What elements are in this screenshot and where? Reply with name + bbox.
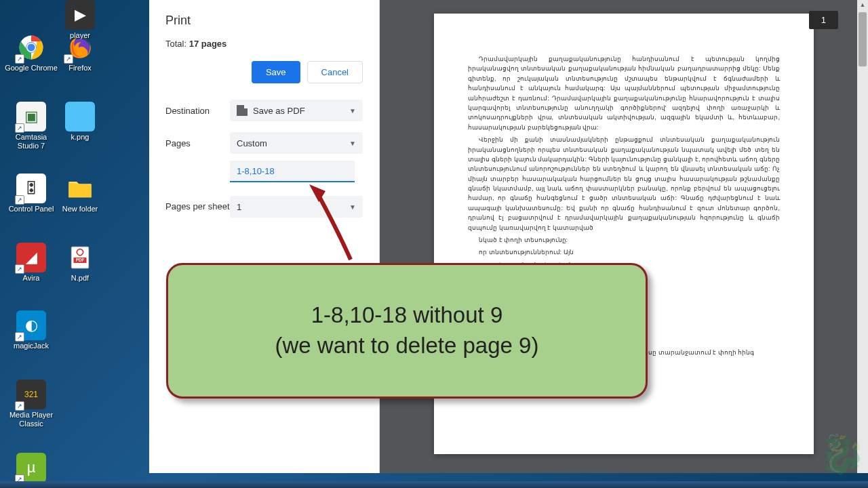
desktop-icon-n-pdf[interactable]: PDFN.pdf xyxy=(53,243,107,283)
desktop-icon-label: Camtasia Studio 7 xyxy=(4,133,58,150)
desktop-icon-k-png[interactable]: k.png xyxy=(53,102,107,142)
app-icon xyxy=(65,102,95,131)
desktop-icon-label: k.png xyxy=(71,133,90,142)
destination-value: Save as PDF xyxy=(253,106,305,116)
pages-input-row xyxy=(230,161,363,182)
app-icon: 🎛↗ xyxy=(16,174,46,203)
desktop-icon-label: magicJack xyxy=(14,342,49,350)
chevron-down-icon: ▼ xyxy=(349,203,356,211)
shortcut-arrow-icon: ↗ xyxy=(15,401,24,411)
pps-row: Pages per sheet 1 ▼ xyxy=(165,196,363,218)
app-icon: PDF xyxy=(65,243,95,272)
shortcut-arrow-icon: ↗ xyxy=(15,195,24,205)
desktop-icon-camtasia-studio-7[interactable]: ▣↗Camtasia Studio 7 xyxy=(4,102,58,150)
svg-text:PDF: PDF xyxy=(76,258,85,262)
app-icon: 321↗ xyxy=(16,380,46,409)
callout-line1: 1-8,10-18 without 9 xyxy=(311,300,503,331)
shortcut-arrow-icon: ↗ xyxy=(15,264,24,274)
app-icon: ▣↗ xyxy=(16,102,46,131)
pages-label: Pages xyxy=(165,138,230,148)
pps-label: Pages per sheet xyxy=(165,201,230,213)
print-title: Print xyxy=(165,14,363,28)
desktop-icon-firefox[interactable]: ↗Firefox xyxy=(53,33,107,73)
app-icon: ◢↗ xyxy=(16,243,46,272)
app-icon: ↗ xyxy=(65,33,95,62)
destination-row: Destination Save as PDF ▼ xyxy=(165,100,363,121)
desktop-icon-control-panel[interactable]: 🎛↗Control Panel xyxy=(4,174,58,214)
desktop-icon-avira[interactable]: ◢↗Avira xyxy=(4,243,58,283)
pdf-icon xyxy=(237,105,248,116)
desktop-icon-magicjack[interactable]: ◐↗magicJack xyxy=(4,310,58,350)
scrollbar-thumb[interactable] xyxy=(859,12,867,66)
app-icon: µ↗ xyxy=(16,453,46,483)
cancel-button[interactable]: Cancel xyxy=(307,61,363,83)
total-value: 17 pages xyxy=(189,39,227,49)
shortcut-arrow-icon: ↗ xyxy=(15,54,24,64)
desktop-icon-label: New folder xyxy=(62,205,98,214)
chevron-down-icon: ▼ xyxy=(349,107,356,115)
shortcut-arrow-icon: ↗ xyxy=(15,123,24,133)
callout-line2: (we want to delete page 9) xyxy=(275,331,539,361)
desktop-icon-label: Control Panel xyxy=(9,205,54,214)
callout-annotation: 1-8,10-18 without 9 (we want to delete p… xyxy=(166,263,648,399)
print-buttons: Save Cancel xyxy=(165,61,363,83)
taskbar[interactable] xyxy=(0,481,868,488)
app-icon: ▶ xyxy=(65,0,95,30)
preview-paragraph: Վերջին մի քանի տասնամյակների ընթացքում տ… xyxy=(468,135,780,232)
desktop-icon-label: Avira xyxy=(23,274,40,283)
pages-range-input[interactable] xyxy=(230,161,355,182)
total-prefix: Total: xyxy=(165,39,189,49)
desktop-icon-label: Firefox xyxy=(68,64,92,73)
pages-value: Custom xyxy=(237,138,267,148)
app-icon xyxy=(65,174,95,203)
scrollbar-vertical[interactable]: ▲ xyxy=(857,0,868,473)
pages-select[interactable]: Custom ▼ xyxy=(230,132,363,154)
app-icon: ↗ xyxy=(16,33,46,62)
destination-label: Destination xyxy=(165,106,230,116)
shortcut-arrow-icon: ↗ xyxy=(64,54,73,64)
desktop-icon-google-chrome[interactable]: ↗Google Chrome xyxy=(4,33,58,73)
desktop-icon-label: Media Player Classic xyxy=(4,411,58,428)
save-button[interactable]: Save xyxy=(252,61,300,83)
preview-paragraph: Դրամավարկային քաղաքականությունը հանդիսան… xyxy=(468,54,780,132)
desktop-icon-label: N.pdf xyxy=(71,274,89,283)
pages-row: Pages Custom ▼ xyxy=(165,132,363,154)
preview-paragraph: նկած է փողի տեսությունը: xyxy=(468,235,780,245)
watermark-icon: 🐉 xyxy=(821,432,864,476)
page-number-badge: 1 xyxy=(809,11,838,29)
desktop-icon-label: Google Chrome xyxy=(5,64,58,73)
desktop-icon-new-folder[interactable]: New folder xyxy=(53,174,107,214)
preview-paragraph: որ տնտեսություններում: Այն xyxy=(468,247,780,257)
print-panel: Print Total: 17 pages Save Cancel Destin… xyxy=(149,0,380,473)
print-total: Total: 17 pages xyxy=(165,39,363,49)
preview-area: Դրամավարկային քաղաքականությունը հանդիսան… xyxy=(380,0,868,473)
destination-select[interactable]: Save as PDF ▼ xyxy=(230,100,363,121)
pps-value: 1 xyxy=(237,202,241,212)
desktop: ▶player↗Google Chrome↗Firefox▣↗Camtasia … xyxy=(0,0,149,488)
desktop-icon-media-player-classic[interactable]: 321↗Media Player Classic xyxy=(4,380,58,428)
chevron-down-icon: ▼ xyxy=(349,140,356,147)
app-icon: ◐↗ xyxy=(16,310,46,340)
scroll-up-arrow-icon[interactable]: ▲ xyxy=(859,1,867,9)
shortcut-arrow-icon: ↗ xyxy=(15,332,24,342)
print-dialog-window: Print Total: 17 pages Save Cancel Destin… xyxy=(149,0,868,473)
pps-select[interactable]: 1 ▼ xyxy=(230,196,363,218)
